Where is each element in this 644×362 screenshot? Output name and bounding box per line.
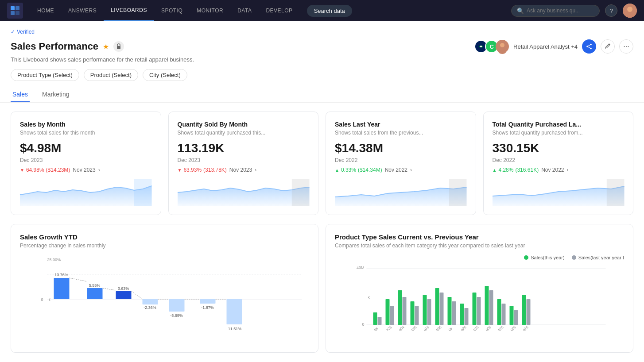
tab-marketing[interactable]: Marketing <box>40 87 71 102</box>
bottom-row: Sales Growth YTD Percentage change in sa… <box>11 224 633 353</box>
logo[interactable] <box>7 3 23 19</box>
svg-text:q15: q15 <box>472 325 480 331</box>
chevron-right-icon-4[interactable]: › <box>567 167 569 173</box>
avatar-photo[interactable] <box>496 40 509 53</box>
legend-label-last-year: Sales(last year year t <box>578 255 624 260</box>
title-left: Sales Performance ★ <box>11 41 124 52</box>
chart-area-growth: Growth... 25.00% 0 13.76% <box>20 255 309 335</box>
chevron-right-icon-2[interactable]: › <box>255 167 256 173</box>
nav-develop[interactable]: DEVELOP <box>259 0 299 21</box>
chevron-right-icon-3[interactable]: › <box>410 167 412 173</box>
svg-rect-65 <box>440 293 444 325</box>
nav-answers[interactable]: ANSWERS <box>61 0 104 21</box>
svg-rect-0 <box>11 6 15 10</box>
svg-text:q05: q05 <box>485 325 492 331</box>
nav-monitor[interactable]: MONITOR <box>190 0 230 21</box>
legend-label-this-year: Sales(this year) <box>531 255 564 260</box>
svg-rect-64 <box>435 288 439 325</box>
svg-text:q15: q15 <box>423 325 430 331</box>
svg-rect-1 <box>16 6 19 10</box>
chart-area-product: 40M 0 ‹ <box>335 264 624 343</box>
nav-data[interactable]: DATA <box>230 0 259 21</box>
kpi-change-val-3: ($14.34M) <box>358 167 382 173</box>
svg-rect-79 <box>527 299 531 325</box>
lock-icon[interactable] <box>113 41 124 52</box>
svg-text:q05: q05 <box>410 325 418 331</box>
nav-right: 🔍 ? <box>511 4 637 18</box>
svg-rect-55 <box>378 317 382 325</box>
nav-spotiq[interactable]: SPOTIQ <box>154 0 190 21</box>
kpi-row: Sales by Month Shows total sales for thi… <box>11 112 633 215</box>
filter-product-type[interactable]: Product Type (Select) <box>11 69 79 81</box>
ask-search-box[interactable]: 🔍 <box>511 5 600 17</box>
svg-rect-3 <box>16 11 19 15</box>
up-arrow-icon-3: ▲ <box>335 168 339 173</box>
svg-rect-37 <box>143 299 158 304</box>
svg-text:q05: q05 <box>509 325 517 331</box>
svg-rect-63 <box>427 299 431 325</box>
svg-rect-67 <box>452 301 456 325</box>
kpi-subtitle-3: Shows total sales from the previous... <box>335 130 467 136</box>
ask-input[interactable] <box>527 8 594 14</box>
kpi-date-4: Dec 2022 <box>493 157 625 163</box>
svg-rect-46 <box>227 299 242 324</box>
kpi-change-4: ▲ 4.28% (316.61K) Nov 2022 › <box>493 167 625 173</box>
svg-rect-78 <box>522 295 526 325</box>
svg-text:0: 0 <box>362 322 364 327</box>
svg-text:q25: q25 <box>460 325 467 331</box>
svg-rect-61 <box>415 306 419 325</box>
svg-rect-58 <box>398 290 402 325</box>
share-button[interactable] <box>582 39 596 54</box>
nav-links: HOME ANSWERS LIVEBOARDS SPOTIQ MONITOR D… <box>30 0 300 21</box>
kpi-card-quantity-sold: Quantity Sold By Month Shows total quant… <box>168 112 319 215</box>
kpi-change-pct-1: 64.98% <box>26 167 44 173</box>
kpi-change-2: ▼ 63.93% (313.78K) Nov 2023 › <box>178 167 310 173</box>
chart-subtitle-product: Compares total sales of each item catego… <box>335 243 624 249</box>
legend-dot-gray <box>572 255 576 260</box>
chart-product-type: Product Type Sales Current vs. Previous … <box>326 224 633 353</box>
kpi-subtitle-2: Shows total quantity purchased this... <box>178 130 310 136</box>
svg-rect-7 <box>117 46 120 49</box>
help-button[interactable]: ? <box>605 4 617 17</box>
avatar-group: C <box>474 40 509 53</box>
filter-product[interactable]: Product (Select) <box>84 69 138 81</box>
svg-text:qs: qs <box>447 326 453 331</box>
kpi-card-sales-last-year: Sales Last Year Shows total sales from t… <box>326 112 476 215</box>
svg-rect-70 <box>473 293 477 325</box>
svg-text:qs: qs <box>373 326 378 331</box>
kpi-change-pct-2: 63.93% <box>183 167 202 173</box>
svg-text:-1.87%: -1.87% <box>201 305 214 310</box>
svg-rect-43 <box>200 299 216 304</box>
kpi-compare-3: Nov 2022 <box>385 167 407 173</box>
search-icon: 🔍 <box>517 8 524 14</box>
svg-rect-21 <box>449 179 467 206</box>
chart-legend: Sales(this year) Sales(last year year t <box>335 255 624 260</box>
svg-line-30 <box>70 278 87 281</box>
svg-text:x25: x25 <box>385 325 392 332</box>
kpi-subtitle-1: Shows total sales for this month <box>20 130 152 136</box>
svg-rect-73 <box>489 290 493 325</box>
more-options-button[interactable]: ··· <box>619 39 633 54</box>
svg-text:‹: ‹ <box>368 293 370 300</box>
chart-title-product: Product Type Sales Current vs. Previous … <box>335 233 624 241</box>
svg-rect-31 <box>87 288 103 299</box>
star-icon[interactable]: ★ <box>103 42 109 51</box>
filter-city[interactable]: City (Select) <box>143 69 187 81</box>
kpi-compare-2: Nov 2023 <box>229 167 252 173</box>
svg-rect-34 <box>116 291 132 299</box>
svg-line-18 <box>609 44 610 45</box>
svg-text:0: 0 <box>41 297 43 302</box>
nav-liveboards[interactable]: LIVEBOARDS <box>104 0 154 21</box>
user-avatar[interactable] <box>623 4 637 18</box>
search-data-button[interactable]: Search data <box>307 5 352 17</box>
tab-sales[interactable]: Sales <box>11 87 30 102</box>
legend-dot-green <box>524 255 528 260</box>
kpi-change-pct-4: 4.28% <box>498 167 513 173</box>
chevron-right-icon-1[interactable]: › <box>98 167 100 173</box>
nav-home[interactable]: HOME <box>30 0 61 21</box>
svg-text:5.55%: 5.55% <box>89 283 101 288</box>
svg-rect-20 <box>291 179 309 206</box>
edit-button[interactable] <box>601 39 615 54</box>
svg-point-12 <box>498 49 506 54</box>
navigation: HOME ANSWERS LIVEBOARDS SPOTIQ MONITOR D… <box>0 0 644 21</box>
